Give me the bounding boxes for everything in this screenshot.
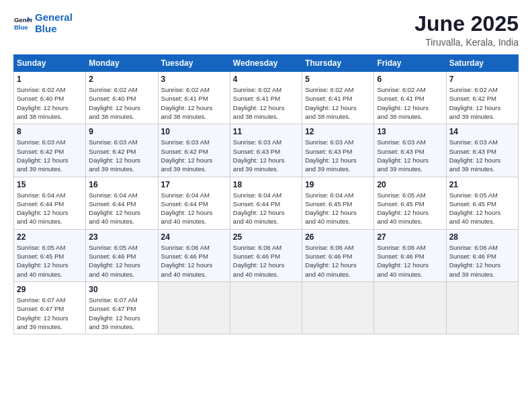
calendar-day-cell: 2Sunrise: 6:02 AMSunset: 6:40 PMDaylight…	[86, 72, 158, 124]
day-detail: Sunrise: 6:04 AMSunset: 6:44 PMDaylight:…	[17, 191, 83, 226]
day-detail: Sunrise: 6:02 AMSunset: 6:42 PMDaylight:…	[449, 85, 515, 121]
day-detail: Sunrise: 6:06 AMSunset: 6:46 PMDaylight:…	[233, 243, 299, 279]
logo-icon: General Blue	[13, 14, 32, 33]
empty-day-cell	[302, 281, 374, 334]
calendar-day-cell: 25Sunrise: 6:06 AMSunset: 6:46 PMDayligh…	[230, 229, 302, 281]
calendar-day-cell: 5Sunrise: 6:02 AMSunset: 6:41 PMDaylight…	[302, 72, 374, 124]
day-detail: Sunrise: 6:05 AMSunset: 6:45 PMDaylight:…	[377, 191, 443, 226]
calendar-day-cell: 26Sunrise: 6:06 AMSunset: 6:46 PMDayligh…	[302, 229, 374, 281]
day-number: 27	[377, 232, 443, 242]
day-detail: Sunrise: 6:03 AMSunset: 6:42 PMDaylight:…	[17, 138, 83, 173]
weekday-header-tuesday: Tuesday	[158, 55, 230, 72]
day-detail: Sunrise: 6:02 AMSunset: 6:40 PMDaylight:…	[89, 85, 154, 121]
day-number: 18	[233, 180, 299, 189]
calendar-day-cell: 6Sunrise: 6:02 AMSunset: 6:41 PMDaylight…	[374, 72, 446, 124]
calendar-day-cell: 12Sunrise: 6:03 AMSunset: 6:43 PMDayligh…	[302, 124, 374, 177]
day-number: 13	[377, 127, 443, 136]
day-detail: Sunrise: 6:05 AMSunset: 6:46 PMDaylight:…	[89, 243, 154, 279]
day-detail: Sunrise: 6:03 AMSunset: 6:42 PMDaylight:…	[89, 138, 154, 173]
weekday-header-monday: Monday	[86, 55, 158, 72]
day-detail: Sunrise: 6:04 AMSunset: 6:45 PMDaylight:…	[305, 191, 371, 226]
day-number: 25	[233, 232, 299, 242]
weekday-header-friday: Friday	[374, 55, 446, 72]
logo-text: General Blue	[35, 12, 73, 34]
day-detail: Sunrise: 6:06 AMSunset: 6:46 PMDaylight:…	[377, 243, 443, 279]
day-number: 5	[305, 75, 371, 84]
day-number: 28	[449, 232, 515, 242]
day-number: 10	[161, 127, 227, 136]
calendar-day-cell: 30Sunrise: 6:07 AMSunset: 6:47 PMDayligh…	[86, 281, 158, 334]
calendar-day-cell: 8Sunrise: 6:03 AMSunset: 6:42 PMDaylight…	[14, 124, 86, 177]
day-detail: Sunrise: 6:02 AMSunset: 6:41 PMDaylight:…	[377, 85, 443, 121]
day-number: 30	[89, 285, 154, 294]
logo-line2: Blue	[35, 23, 57, 34]
day-detail: Sunrise: 6:04 AMSunset: 6:44 PMDaylight:…	[233, 191, 299, 226]
weekday-header-saturday: Saturday	[446, 55, 518, 72]
day-number: 2	[89, 75, 154, 84]
day-number: 22	[17, 232, 83, 242]
calendar-day-cell: 10Sunrise: 6:03 AMSunset: 6:42 PMDayligh…	[158, 124, 230, 177]
day-detail: Sunrise: 6:03 AMSunset: 6:43 PMDaylight:…	[449, 138, 515, 173]
calendar-week-row: 29Sunrise: 6:07 AMSunset: 6:47 PMDayligh…	[14, 281, 519, 334]
calendar-day-cell: 28Sunrise: 6:06 AMSunset: 6:46 PMDayligh…	[446, 229, 518, 281]
calendar-day-cell: 15Sunrise: 6:04 AMSunset: 6:44 PMDayligh…	[14, 177, 86, 229]
day-detail: Sunrise: 6:05 AMSunset: 6:45 PMDaylight:…	[449, 191, 515, 226]
calendar-week-row: 1Sunrise: 6:02 AMSunset: 6:40 PMDaylight…	[14, 72, 519, 124]
calendar-week-row: 22Sunrise: 6:05 AMSunset: 6:45 PMDayligh…	[14, 229, 519, 281]
day-detail: Sunrise: 6:03 AMSunset: 6:43 PMDaylight:…	[305, 138, 371, 173]
calendar-day-cell: 18Sunrise: 6:04 AMSunset: 6:44 PMDayligh…	[230, 177, 302, 229]
calendar-day-cell: 19Sunrise: 6:04 AMSunset: 6:45 PMDayligh…	[302, 177, 374, 229]
empty-day-cell	[158, 281, 230, 334]
calendar-day-cell: 21Sunrise: 6:05 AMSunset: 6:45 PMDayligh…	[446, 177, 518, 229]
day-number: 6	[377, 75, 443, 84]
day-detail: Sunrise: 6:06 AMSunset: 6:46 PMDaylight:…	[305, 243, 371, 279]
calendar-day-cell: 13Sunrise: 6:03 AMSunset: 6:43 PMDayligh…	[374, 124, 446, 177]
weekday-header-thursday: Thursday	[302, 55, 374, 72]
day-number: 26	[305, 232, 371, 242]
calendar-table: SundayMondayTuesdayWednesdayThursdayFrid…	[13, 54, 519, 334]
calendar-day-cell: 20Sunrise: 6:05 AMSunset: 6:45 PMDayligh…	[374, 177, 446, 229]
logo-line1: General	[35, 11, 73, 23]
day-number: 24	[161, 232, 227, 242]
weekday-header-row: SundayMondayTuesdayWednesdayThursdayFrid…	[14, 55, 519, 72]
day-number: 4	[233, 75, 299, 84]
logo: General Blue General Blue	[13, 12, 73, 34]
day-detail: Sunrise: 6:07 AMSunset: 6:47 PMDaylight:…	[89, 295, 154, 331]
svg-text:Blue: Blue	[14, 23, 28, 30]
day-number: 8	[17, 127, 83, 136]
title-block: June 2025 Tiruvalla, Kerala, India	[414, 12, 519, 48]
calendar-day-cell: 29Sunrise: 6:07 AMSunset: 6:47 PMDayligh…	[14, 281, 86, 334]
day-detail: Sunrise: 6:03 AMSunset: 6:42 PMDaylight:…	[161, 138, 227, 173]
calendar-day-cell: 3Sunrise: 6:02 AMSunset: 6:41 PMDaylight…	[158, 72, 230, 124]
day-detail: Sunrise: 6:06 AMSunset: 6:46 PMDaylight:…	[449, 243, 515, 279]
calendar-subtitle: Tiruvalla, Kerala, India	[414, 37, 519, 48]
weekday-header-wednesday: Wednesday	[230, 55, 302, 72]
day-number: 14	[449, 127, 515, 136]
day-number: 15	[17, 180, 83, 189]
day-number: 9	[89, 127, 154, 136]
day-number: 29	[17, 285, 83, 294]
calendar-day-cell: 17Sunrise: 6:04 AMSunset: 6:44 PMDayligh…	[158, 177, 230, 229]
day-number: 3	[161, 75, 227, 84]
day-detail: Sunrise: 6:04 AMSunset: 6:44 PMDaylight:…	[89, 191, 154, 226]
calendar-day-cell: 4Sunrise: 6:02 AMSunset: 6:41 PMDaylight…	[230, 72, 302, 124]
day-detail: Sunrise: 6:02 AMSunset: 6:41 PMDaylight:…	[161, 85, 227, 121]
day-detail: Sunrise: 6:02 AMSunset: 6:41 PMDaylight:…	[305, 85, 371, 121]
calendar-day-cell: 9Sunrise: 6:03 AMSunset: 6:42 PMDaylight…	[86, 124, 158, 177]
day-number: 11	[233, 127, 299, 136]
calendar-title: June 2025	[414, 12, 519, 36]
day-number: 19	[305, 180, 371, 189]
empty-day-cell	[446, 281, 518, 334]
header: General Blue General Blue June 2025 Tiru…	[13, 12, 519, 48]
calendar-day-cell: 1Sunrise: 6:02 AMSunset: 6:40 PMDaylight…	[14, 72, 86, 124]
calendar-day-cell: 23Sunrise: 6:05 AMSunset: 6:46 PMDayligh…	[86, 229, 158, 281]
day-number: 23	[89, 232, 154, 242]
day-number: 12	[305, 127, 371, 136]
day-detail: Sunrise: 6:06 AMSunset: 6:46 PMDaylight:…	[161, 243, 227, 279]
calendar-day-cell: 24Sunrise: 6:06 AMSunset: 6:46 PMDayligh…	[158, 229, 230, 281]
day-detail: Sunrise: 6:02 AMSunset: 6:40 PMDaylight:…	[17, 85, 83, 121]
calendar-day-cell: 22Sunrise: 6:05 AMSunset: 6:45 PMDayligh…	[14, 229, 86, 281]
weekday-header-sunday: Sunday	[14, 55, 86, 72]
day-detail: Sunrise: 6:03 AMSunset: 6:43 PMDaylight:…	[377, 138, 443, 173]
day-detail: Sunrise: 6:04 AMSunset: 6:44 PMDaylight:…	[161, 191, 227, 226]
